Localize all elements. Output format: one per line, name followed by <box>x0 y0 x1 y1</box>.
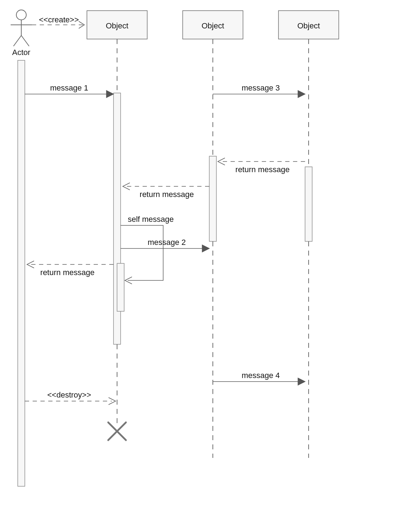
return-obj2-obj1 <box>123 183 209 190</box>
return-obj2-obj1-label: return message <box>140 190 194 199</box>
return-obj3-obj2 <box>218 158 305 165</box>
destroy-x-icon <box>108 422 126 440</box>
create-message-label: <<create>> <box>39 15 79 24</box>
message-3-label: message 3 <box>242 83 280 92</box>
return-obj3-obj2-label: return message <box>236 165 290 174</box>
return-obj1-actor-label: return message <box>40 268 95 277</box>
message-1-label: message 1 <box>50 83 88 92</box>
actor-label: Actor <box>12 48 30 57</box>
svg-rect-12 <box>117 263 124 311</box>
destroy-message-label: <<destroy>> <box>47 390 91 399</box>
svg-marker-7 <box>106 91 114 98</box>
self-message-label: self message <box>128 215 174 224</box>
svg-marker-9 <box>298 91 305 98</box>
object-3-label: Object <box>297 21 320 30</box>
svg-marker-17 <box>298 378 305 385</box>
object-3-activation <box>305 167 312 241</box>
svg-line-3 <box>13 35 21 46</box>
svg-point-0 <box>16 10 26 20</box>
svg-marker-14 <box>202 245 209 252</box>
message-2-label: message 2 <box>148 238 186 247</box>
svg-line-4 <box>21 35 29 46</box>
message-4-label: message 4 <box>242 371 280 380</box>
object-2-label: Object <box>201 21 224 30</box>
actor-activation <box>18 60 25 486</box>
actor-figure <box>11 10 32 46</box>
object-2-activation <box>209 156 216 241</box>
object-1-label: Object <box>106 21 128 30</box>
return-obj1-actor <box>27 261 114 268</box>
